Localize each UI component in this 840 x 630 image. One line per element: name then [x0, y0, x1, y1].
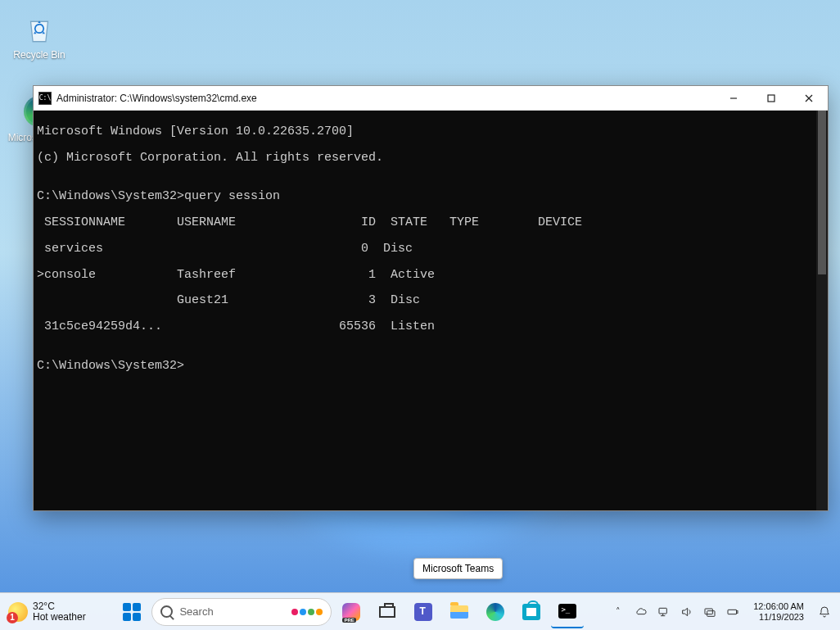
cmd-icon	[558, 604, 576, 619]
svg-rect-4	[659, 608, 666, 614]
teams-icon	[414, 603, 432, 621]
titlebar[interactable]: C:\ Administrator: C:\Windows\system32\c…	[34, 86, 828, 111]
clock-date: 11/19/2023	[759, 612, 804, 623]
console-scrollbar[interactable]	[816, 111, 828, 510]
edge-icon	[486, 603, 504, 621]
taskbar-tooltip: Microsoft Teams	[413, 558, 503, 579]
search-box[interactable]: Search	[151, 598, 332, 626]
task-view-icon	[379, 606, 395, 618]
language-tray-icon[interactable]	[702, 605, 717, 619]
microsoft-store-button[interactable]	[515, 596, 548, 628]
console-line: C:\Windows\System32>	[37, 360, 823, 373]
network-tray-icon[interactable]	[657, 605, 671, 619]
battery-tray-icon[interactable]	[725, 605, 740, 619]
recycle-bin-icon	[22, 11, 56, 46]
volume-tray-icon[interactable]	[680, 605, 694, 619]
copilot-button[interactable]	[335, 596, 368, 628]
cmd-window[interactable]: C:\ Administrator: C:\Windows\system32\c…	[33, 85, 829, 511]
minimize-button[interactable]	[715, 86, 752, 111]
search-placeholder: Search	[179, 605, 213, 618]
copilot-icon	[342, 603, 360, 621]
svg-rect-8	[707, 610, 715, 616]
taskbar: 1 32°C Hot weather Search ˄	[0, 592, 840, 630]
onedrive-tray-icon[interactable]	[634, 605, 648, 619]
system-tray: ˄ 12:06:00 AM 11/19/2023	[611, 601, 832, 622]
window-title: Administrator: C:\Windows\system32\cmd.e…	[56, 93, 257, 104]
weather-icon: 1	[8, 602, 28, 622]
command-prompt-button[interactable]	[551, 596, 584, 628]
windows-icon	[123, 603, 141, 621]
tray-overflow-button[interactable]: ˄	[611, 605, 625, 619]
console-line: C:\Windows\System32>query session	[37, 190, 823, 203]
edge-button[interactable]	[479, 596, 512, 628]
scrollbar-thumb[interactable]	[818, 111, 826, 274]
console-output[interactable]: Microsoft Windows [Version 10.0.22635.27…	[34, 111, 828, 510]
task-view-button[interactable]	[371, 596, 404, 628]
console-line: (c) Microsoft Corporation. All rights re…	[37, 152, 823, 165]
weather-badge: 1	[7, 612, 18, 623]
console-line: Microsoft Windows [Version 10.0.22635.27…	[37, 125, 823, 138]
recycle-bin-label: Recycle Bin	[7, 49, 72, 61]
svg-rect-7	[705, 609, 712, 614]
console-line: SESSIONNAME USERNAME ID STATE TYPE DEVIC…	[37, 216, 823, 229]
weather-widget[interactable]: 1 32°C Hot weather	[8, 601, 86, 622]
clock[interactable]: 12:06:00 AM 11/19/2023	[753, 601, 804, 622]
clock-time: 12:06:00 AM	[753, 601, 804, 612]
store-icon	[522, 604, 540, 620]
console-line: >console Tashreef 1 Active	[37, 269, 823, 282]
console-line: services 0 Disc	[37, 242, 823, 256]
weather-desc: Hot weather	[33, 612, 86, 623]
file-explorer-button[interactable]	[443, 596, 476, 628]
console-line: 31c5ce94259d4... 65536 Listen	[37, 320, 823, 333]
search-icon	[160, 605, 173, 618]
teams-button[interactable]	[407, 596, 440, 628]
svg-rect-1	[768, 95, 775, 102]
close-button[interactable]	[790, 86, 828, 111]
taskbar-center: Search	[99, 596, 602, 628]
weather-temp: 32°C	[33, 601, 86, 612]
svg-rect-10	[737, 610, 738, 613]
file-explorer-icon	[450, 605, 468, 619]
console-line: Guest21 3 Disc	[37, 294, 823, 307]
maximize-button[interactable]	[752, 86, 790, 111]
cmd-titlebar-icon: C:\	[38, 92, 52, 105]
svg-rect-9	[728, 610, 737, 614]
recycle-bin-desktop-icon[interactable]: Recycle Bin	[7, 11, 72, 61]
start-button[interactable]	[115, 596, 148, 628]
search-highlights-icon	[291, 609, 323, 615]
notifications-button[interactable]	[817, 605, 832, 619]
